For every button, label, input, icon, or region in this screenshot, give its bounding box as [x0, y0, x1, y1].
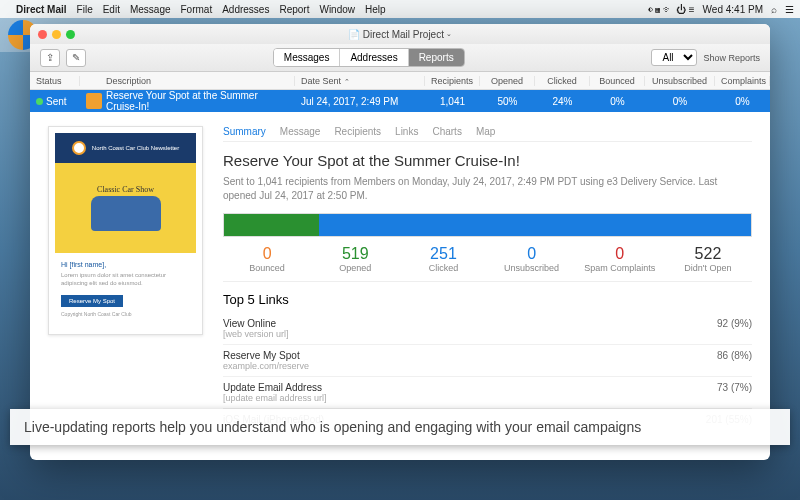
zoom-icon[interactable]: [66, 30, 75, 39]
tab-messages[interactable]: Messages: [274, 49, 341, 66]
mac-menubar: Direct Mail File Edit Message Format Add…: [0, 0, 800, 18]
window-title[interactable]: Direct Mail Project: [363, 29, 444, 40]
col-recipients[interactable]: Recipients: [425, 76, 480, 86]
table-row[interactable]: Sent Reserve Your Spot at the Summer Cru…: [30, 90, 770, 112]
stat-didn-t-open[interactable]: 522Didn't Open: [664, 245, 752, 273]
menu-report[interactable]: Report: [279, 4, 309, 15]
car-illustration-icon: [91, 196, 161, 231]
brand-logo-icon: [72, 141, 86, 155]
email-preview[interactable]: North Coast Car Club Newsletter Classic …: [48, 126, 203, 446]
show-reports-label: Show Reports: [703, 53, 760, 63]
stat-unsubscribed[interactable]: 0Unsubscribed: [488, 245, 576, 273]
tab-reports[interactable]: Reports: [409, 49, 464, 66]
top-links-heading: Top 5 Links: [223, 292, 752, 307]
titlebar: 📄 Direct Mail Project ⌄: [30, 24, 770, 44]
report-title: Reserve Your Spot at the Summer Cruise-I…: [223, 152, 752, 169]
filter-select[interactable]: All: [651, 49, 697, 66]
link-row[interactable]: Reserve My Spotexample.com/reserve86 (8%…: [223, 345, 752, 377]
preview-cta-button: Reserve My Spot: [61, 295, 123, 307]
table-header: Status Description Date Sent ⌃ Recipient…: [30, 72, 770, 90]
menu-help[interactable]: Help: [365, 4, 386, 15]
promo-banner: Live-updating reports help you understan…: [10, 409, 790, 445]
col-complaints[interactable]: Complaints: [715, 76, 770, 86]
tab-addresses[interactable]: Addresses: [340, 49, 408, 66]
report-panel: Summary Message Recipients Links Charts …: [223, 126, 752, 446]
menu-format[interactable]: Format: [181, 4, 213, 15]
status-icons: ◐ ▦ ᯤ ⏻ ≡: [648, 4, 695, 15]
menu-window[interactable]: Window: [319, 4, 355, 15]
menu-addresses[interactable]: Addresses: [222, 4, 269, 15]
col-unsubscribed[interactable]: Unsubscribed: [645, 76, 715, 86]
tab-charts[interactable]: Charts: [432, 126, 461, 137]
search-icon[interactable]: ⌕: [771, 4, 777, 15]
tab-map[interactable]: Map: [476, 126, 495, 137]
col-description[interactable]: Description: [100, 76, 295, 86]
app-window: 📄 Direct Mail Project ⌄ ⇪ ✎ Messages Add…: [30, 24, 770, 460]
toolbar: ⇪ ✎ Messages Addresses Reports All Show …: [30, 44, 770, 72]
menubar-clock[interactable]: Wed 4:41 PM: [703, 4, 763, 15]
stat-spam-complaints[interactable]: 0Spam Complaints: [576, 245, 664, 273]
tab-links[interactable]: Links: [395, 126, 418, 137]
close-icon[interactable]: [38, 30, 47, 39]
app-name[interactable]: Direct Mail: [16, 4, 67, 15]
report-subtitle: Sent to 1,041 recipients from Members on…: [223, 175, 752, 203]
col-date-sent[interactable]: Date Sent ⌃: [295, 76, 425, 86]
menu-message[interactable]: Message: [130, 4, 171, 15]
tab-summary[interactable]: Summary: [223, 126, 266, 137]
share-icon[interactable]: ⇪: [40, 49, 60, 67]
stat-opened[interactable]: 519Opened: [311, 245, 399, 273]
col-status[interactable]: Status: [30, 76, 80, 86]
col-bounced[interactable]: Bounced: [590, 76, 645, 86]
link-row[interactable]: Update Email Address[update email addres…: [223, 377, 752, 409]
new-icon[interactable]: ✎: [66, 49, 86, 67]
view-segmented-control: Messages Addresses Reports: [273, 48, 465, 67]
doc-icon: 📄: [348, 29, 360, 40]
stat-clicked[interactable]: 251Clicked: [399, 245, 487, 273]
tab-recipients[interactable]: Recipients: [334, 126, 381, 137]
engagement-bar: [223, 213, 752, 237]
chevron-down-icon[interactable]: ⌄: [446, 30, 452, 38]
menu-file[interactable]: File: [77, 4, 93, 15]
stats-row: 0Bounced519Opened251Clicked0Unsubscribed…: [223, 245, 752, 282]
content-area: North Coast Car Club Newsletter Classic …: [30, 112, 770, 460]
notifications-icon[interactable]: ☰: [785, 4, 794, 15]
status-dot-icon: [36, 98, 43, 105]
minimize-icon[interactable]: [52, 30, 61, 39]
col-clicked[interactable]: Clicked: [535, 76, 590, 86]
col-opened[interactable]: Opened: [480, 76, 535, 86]
stat-bounced[interactable]: 0Bounced: [223, 245, 311, 273]
tab-message[interactable]: Message: [280, 126, 321, 137]
link-row[interactable]: View Online[web version url]92 (9%): [223, 313, 752, 345]
menu-edit[interactable]: Edit: [103, 4, 120, 15]
